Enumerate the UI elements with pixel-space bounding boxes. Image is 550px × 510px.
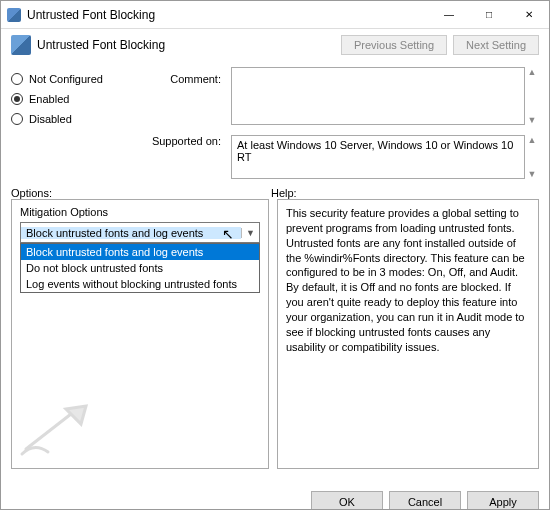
radio-icon (11, 93, 23, 105)
minimize-button[interactable]: — (429, 1, 469, 28)
radio-disabled[interactable]: Disabled (11, 109, 137, 129)
radio-label: Enabled (29, 93, 69, 105)
watermark-icon (16, 394, 106, 464)
maximize-button[interactable]: □ (469, 1, 509, 28)
app-icon (7, 8, 21, 22)
policy-name: Untrusted Font Blocking (37, 38, 165, 52)
supported-on-text: At least Windows 10 Server, Windows 10 o… (231, 135, 525, 179)
radio-label: Not Configured (29, 73, 103, 85)
comment-input[interactable] (231, 67, 525, 125)
cancel-button[interactable]: Cancel (389, 491, 461, 510)
state-radio-group: Not Configured Enabled Disabled (11, 67, 137, 179)
combobox-selected: Block untrusted fonts and log events (21, 227, 241, 239)
radio-not-configured[interactable]: Not Configured (11, 69, 137, 89)
policy-icon (11, 35, 31, 55)
radio-icon (11, 113, 23, 125)
comment-label: Comment: (147, 71, 221, 133)
apply-button[interactable]: Apply (467, 491, 539, 510)
radio-icon (11, 73, 23, 85)
window-title: Untrusted Font Blocking (27, 8, 429, 22)
mitigation-options-dropdown: Block untrusted fonts and log events Do … (20, 243, 260, 293)
dropdown-option[interactable]: Log events without blocking untrusted fo… (21, 276, 259, 292)
next-setting-button[interactable]: Next Setting (453, 35, 539, 55)
help-text: This security feature provides a global … (286, 206, 530, 354)
scroll-down-icon[interactable]: ▼ (525, 169, 539, 179)
chevron-down-icon[interactable]: ▼ (241, 228, 259, 238)
mitigation-options-combobox[interactable]: Block untrusted fonts and log events ▼ (20, 222, 260, 243)
options-label: Options: (11, 187, 271, 199)
radio-enabled[interactable]: Enabled (11, 89, 137, 109)
close-button[interactable]: ✕ (509, 1, 549, 28)
scroll-down-icon[interactable]: ▼ (525, 115, 539, 125)
scroll-up-icon[interactable]: ▲ (525, 135, 539, 145)
scroll-up-icon[interactable]: ▲ (525, 67, 539, 77)
help-panel: This security feature provides a global … (277, 199, 539, 469)
dialog-buttons: OK Cancel Apply (1, 479, 549, 510)
radio-label: Disabled (29, 113, 72, 125)
supported-label: Supported on: (147, 133, 221, 153)
previous-setting-button[interactable]: Previous Setting (341, 35, 447, 55)
ok-button[interactable]: OK (311, 491, 383, 510)
header: Untrusted Font Blocking Previous Setting… (11, 33, 539, 61)
help-label: Help: (271, 187, 539, 199)
dropdown-option[interactable]: Block untrusted fonts and log events (21, 244, 259, 260)
dropdown-option[interactable]: Do not block untrusted fonts (21, 260, 259, 276)
options-panel: Mitigation Options Block untrusted fonts… (11, 199, 269, 469)
mitigation-options-label: Mitigation Options (20, 206, 260, 218)
title-bar: Untrusted Font Blocking — □ ✕ (1, 1, 549, 29)
